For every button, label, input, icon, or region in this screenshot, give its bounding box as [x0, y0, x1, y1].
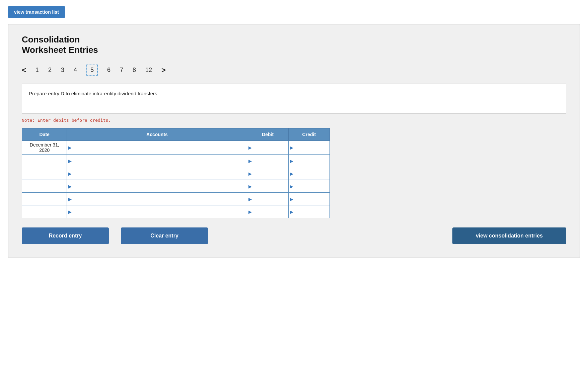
credit-arrow-5: ▶ [290, 196, 293, 201]
credit-cell-2[interactable]: ▶ [288, 155, 329, 167]
table-row: December 31,2020 ▶ ▶ ▶ [22, 141, 330, 155]
table-row: ▶ ▶ ▶ [22, 155, 330, 167]
page-1[interactable]: 1 [35, 67, 39, 74]
accounts-cell-4[interactable]: ▶ [67, 180, 247, 193]
accounts-cell-5[interactable]: ▶ [67, 193, 247, 205]
table-row: ▶ ▶ ▶ [22, 167, 330, 180]
page-6[interactable]: 6 [107, 67, 111, 74]
debit-cell-4[interactable]: ▶ [247, 180, 288, 193]
page-5[interactable]: 5 [86, 65, 98, 76]
page-4[interactable]: 4 [74, 67, 77, 74]
date-cell-3 [22, 167, 67, 180]
date-cell-4 [22, 180, 67, 193]
view-consolidation-button[interactable]: view consolidation entries [452, 227, 566, 244]
prev-page-button[interactable]: < [22, 67, 26, 74]
page-title: Consolidation Worksheet Entries [22, 34, 566, 55]
credit-cell-6[interactable]: ▶ [288, 205, 329, 218]
credit-arrow-1: ▶ [290, 145, 293, 150]
top-bar: view transaction list [0, 0, 588, 24]
date-cell-2 [22, 155, 67, 167]
note-text: Note: Enter debits before credits. [22, 118, 566, 123]
debit-header: Debit [247, 128, 288, 141]
accounts-arrow-6: ▶ [68, 209, 72, 214]
debit-cell-1[interactable]: ▶ [247, 141, 288, 155]
view-transaction-button[interactable]: view transaction list [8, 6, 65, 18]
page-2[interactable]: 2 [48, 67, 52, 74]
accounts-arrow-4: ▶ [68, 184, 72, 189]
credit-arrow-4: ▶ [290, 184, 293, 189]
accounts-cell-2[interactable]: ▶ [67, 155, 247, 167]
pagination: < 1 2 3 4 5 6 7 8 12 > [22, 65, 566, 76]
accounts-cell-3[interactable]: ▶ [67, 167, 247, 180]
record-entry-button[interactable]: Record entry [22, 227, 109, 244]
accounts-arrow-2: ▶ [68, 158, 72, 163]
main-container: Consolidation Worksheet Entries < 1 2 3 … [8, 24, 580, 258]
credit-arrow-3: ▶ [290, 171, 293, 176]
accounts-arrow-3: ▶ [68, 171, 72, 176]
date-cell-1: December 31,2020 [22, 141, 67, 155]
entry-table: Date Accounts Debit Credit December 31,2… [22, 128, 330, 218]
accounts-cell-1[interactable]: ▶ [67, 141, 247, 155]
page-12[interactable]: 12 [145, 67, 152, 74]
description-box: Prepare entry D to eliminate intra-entit… [22, 84, 566, 114]
table-row: ▶ ▶ ▶ [22, 205, 330, 218]
date-header: Date [22, 128, 67, 141]
debit-arrow-6: ▶ [248, 209, 252, 214]
credit-cell-4[interactable]: ▶ [288, 180, 329, 193]
table-row: ▶ ▶ ▶ [22, 193, 330, 205]
debit-cell-6[interactable]: ▶ [247, 205, 288, 218]
accounts-arrow-5: ▶ [68, 196, 72, 201]
description-text: Prepare entry D to eliminate intra-entit… [29, 91, 159, 96]
credit-cell-3[interactable]: ▶ [288, 167, 329, 180]
credit-cell-1[interactable]: ▶ [288, 141, 329, 155]
accounts-arrow-1: ▶ [68, 145, 72, 150]
accounts-cell-6[interactable]: ▶ [67, 205, 247, 218]
date-cell-5 [22, 193, 67, 205]
debit-cell-3[interactable]: ▶ [247, 167, 288, 180]
next-page-button[interactable]: > [161, 67, 166, 74]
credit-header: Credit [288, 128, 329, 141]
debit-arrow-2: ▶ [248, 158, 252, 163]
page-7[interactable]: 7 [120, 67, 123, 74]
table-row: ▶ ▶ ▶ [22, 180, 330, 193]
credit-arrow-2: ▶ [290, 158, 293, 163]
accounts-header: Accounts [67, 128, 247, 141]
credit-cell-5[interactable]: ▶ [288, 193, 329, 205]
page-8[interactable]: 8 [133, 67, 136, 74]
credit-arrow-6: ▶ [290, 209, 293, 214]
debit-arrow-4: ▶ [248, 184, 252, 189]
debit-arrow-1: ▶ [248, 145, 252, 150]
debit-cell-5[interactable]: ▶ [247, 193, 288, 205]
buttons-row: Record entry Clear entry view consolidat… [22, 227, 566, 244]
date-cell-6 [22, 205, 67, 218]
clear-entry-button[interactable]: Clear entry [121, 227, 208, 244]
debit-cell-2[interactable]: ▶ [247, 155, 288, 167]
page-3[interactable]: 3 [61, 67, 64, 74]
debit-arrow-3: ▶ [248, 171, 252, 176]
debit-arrow-5: ▶ [248, 196, 252, 201]
